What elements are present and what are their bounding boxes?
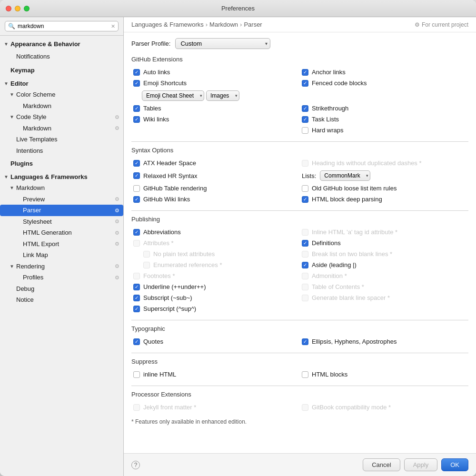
checkbox-toc[interactable] (302, 284, 308, 290)
checkbox-blank-spacer[interactable] (302, 295, 308, 301)
checkbox-emoji-shortcuts[interactable] (133, 80, 140, 87)
checkbox-auto-links[interactable] (133, 69, 140, 76)
option-no-plain-text: No plain text attributes (131, 248, 300, 259)
option-blank-spacer: Generate blank line spacer * (300, 292, 468, 303)
arrow-icon: ▼ (10, 263, 16, 270)
checkbox-admonition[interactable] (302, 273, 308, 279)
option-label-break-list: Break list on two blank lines * (312, 250, 392, 258)
checkbox-wiki-links[interactable] (133, 116, 140, 123)
option-label-relaxed-hr: Relaxed HR Syntax (143, 172, 197, 179)
checkbox-github-wiki-links[interactable] (133, 196, 140, 203)
sidebar-item-preview[interactable]: Preview ⚙ (0, 194, 123, 205)
checkbox-aside-leading[interactable] (302, 262, 308, 268)
minimize-button[interactable] (15, 6, 20, 11)
sidebar-item-lang-frameworks[interactable]: ▼ Languages & Frameworks (0, 171, 123, 183)
sidebar-item-editor[interactable]: ▼ Editor (0, 78, 123, 89)
option-quotes: Quotes (131, 336, 300, 347)
checkbox-ellipsis[interactable] (302, 338, 308, 345)
checkbox-fenced-code[interactable] (302, 80, 308, 87)
checkbox-inline-html-a[interactable] (302, 229, 308, 236)
sidebar-item-html-generation[interactable]: HTML Generation ⚙ (0, 227, 123, 238)
checkbox-inline-html-suppress[interactable] (133, 371, 140, 378)
checkbox-attributes[interactable] (133, 240, 140, 247)
checkbox-task-lists[interactable] (302, 116, 308, 123)
sidebar-item-debug[interactable]: Debug (0, 283, 123, 295)
sidebar-label: HTML Export (23, 239, 115, 249)
checkbox-no-plain-text[interactable] (143, 251, 150, 258)
checkbox-enum-references[interactable] (143, 262, 150, 268)
checkbox-superscript[interactable] (133, 306, 140, 312)
option-label-no-plain-text: No plain text attributes (153, 250, 215, 258)
search-box: 🔍 ✕ (0, 17, 123, 36)
checkbox-old-github-rules[interactable] (302, 185, 308, 192)
sidebar-item-markdown[interactable]: ▼ Markdown (0, 182, 123, 194)
sidebar-label: Link Map (23, 250, 119, 260)
project-icon: ⚙ (415, 21, 420, 28)
sidebar-item-stylesheet[interactable]: Stylesheet ⚙ (0, 216, 123, 228)
breadcrumb-markdown[interactable]: Markdown (209, 21, 238, 28)
sidebar-item-profiles[interactable]: Profiles ⚙ (0, 272, 123, 283)
sidebar-item-appearance[interactable]: ▼ Appearance & Behavior (0, 39, 123, 50)
apply-button[interactable]: Apply (404, 458, 438, 471)
checkbox-definitions[interactable] (302, 240, 308, 247)
search-input[interactable] (18, 23, 109, 30)
checkbox-break-list[interactable] (302, 251, 308, 258)
checkbox-strikethrough[interactable] (302, 105, 308, 112)
checkbox-atx-header[interactable] (133, 160, 140, 167)
checkbox-jekyll-front[interactable] (133, 404, 140, 411)
cancel-button[interactable]: Cancel (363, 458, 400, 471)
close-button[interactable] (6, 6, 11, 11)
sidebar-item-notice[interactable]: Notice (0, 294, 123, 306)
parser-profile-select[interactable]: Custom (175, 38, 270, 49)
clear-search-button[interactable]: ✕ (111, 23, 115, 30)
maximize-button[interactable] (24, 6, 30, 11)
checkbox-hard-wraps[interactable] (302, 127, 308, 134)
checkbox-github-table-render[interactable] (133, 185, 140, 192)
checkbox-underline[interactable] (133, 284, 140, 290)
lists-select[interactable]: CommonMark (320, 170, 370, 181)
sidebar-item-notifications[interactable]: Notifications (0, 51, 123, 62)
checkbox-relaxed-hr[interactable] (133, 172, 140, 179)
sidebar-item-html-export[interactable]: HTML Export ⚙ (0, 238, 123, 250)
breadcrumb-lang-frameworks[interactable]: Languages & Frameworks (131, 21, 204, 28)
sidebar-item-keymap[interactable]: Keymap (0, 65, 123, 76)
sidebar-item-rendering[interactable]: ▼ Rendering ⚙ (0, 261, 123, 272)
option-html-blocks: HTML blocks (300, 369, 468, 380)
breadcrumb-parser: Parser (244, 21, 262, 28)
sidebar-item-code-markdown[interactable]: Markdown ⚙ (0, 123, 123, 134)
option-label-auto-links: Auto links (143, 69, 170, 76)
checkbox-quotes[interactable] (133, 338, 140, 345)
checkbox-abbreviations[interactable] (133, 229, 140, 236)
help-button[interactable]: ? (131, 461, 140, 469)
checkbox-tables[interactable] (133, 105, 140, 112)
main-content: 🔍 ✕ ▼ Appearance & Behavior Notificati (0, 17, 476, 476)
emoji-sub-row: Emoji Cheat Sheet ▾ Images ▾ (131, 89, 468, 103)
option-footnotes: Footnotes * (131, 270, 300, 281)
tree-item-editor: ▼ Editor ▼ Color Scheme Markdown ▼ (0, 77, 123, 158)
tree-item-keymap: Keymap (0, 64, 123, 77)
checkbox-gitbook-compat[interactable] (302, 404, 308, 411)
checkbox-subscript[interactable] (133, 295, 140, 301)
checkbox-html-block-deep[interactable] (302, 196, 308, 203)
checkbox-html-blocks[interactable] (302, 371, 308, 378)
option-gitbook-compat: GitBook compatibility mode * (300, 402, 468, 413)
sidebar-item-plugins[interactable]: Plugins (0, 158, 123, 169)
checkbox-footnotes[interactable] (133, 273, 140, 279)
sidebar-item-live-templates[interactable]: Live Templates (0, 134, 123, 145)
sidebar-item-parser[interactable]: Parser ⚙ (0, 205, 123, 216)
emoji-cheat-select[interactable]: Emoji Cheat Sheet (142, 90, 204, 101)
sidebar-item-intentions[interactable]: Intentions (0, 145, 123, 157)
sidebar-item-link-map[interactable]: Link Map (0, 249, 123, 261)
option-abbreviations: Abbreviations (131, 227, 300, 238)
ok-button[interactable]: OK (441, 458, 468, 471)
checkbox-anchor-links[interactable] (302, 69, 308, 76)
option-label-toc: Table of Contents * (312, 283, 364, 290)
sidebar-item-code-style[interactable]: ▼ Code Style ⚙ (0, 111, 123, 123)
sidebar-item-color-scheme[interactable]: ▼ Color Scheme (0, 89, 123, 100)
sidebar-item-color-markdown[interactable]: Markdown (0, 100, 123, 112)
settings-icon: ⚙ (115, 229, 119, 237)
checkbox-heading-ids[interactable] (302, 160, 308, 167)
images-select[interactable]: Images (206, 90, 239, 101)
footer-note: * Features only available in enhanced ed… (131, 413, 468, 427)
settings-icon: ⚙ (115, 113, 119, 121)
